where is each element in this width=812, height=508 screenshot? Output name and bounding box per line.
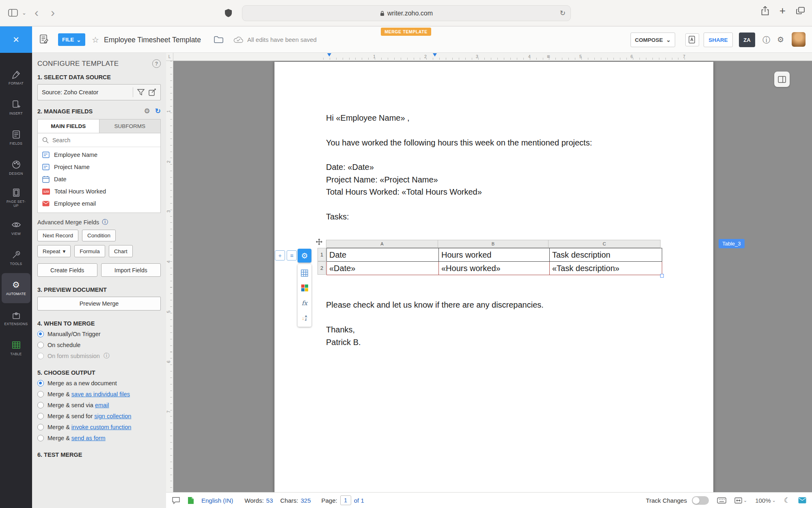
nav-item-design[interactable]: DESIGN <box>0 153 32 183</box>
output-option-new-document[interactable]: Merge as a new document <box>37 379 161 387</box>
field-item-total-hours[interactable]: 123 Total Hours Worked <box>38 185 160 198</box>
table-settings-button[interactable]: ⚙ <box>298 249 311 263</box>
privacy-shield-icon[interactable] <box>225 9 232 17</box>
page-view-toggle-button[interactable] <box>774 72 790 87</box>
mail-merge-status-icon[interactable] <box>798 497 806 504</box>
output-option-individual-files[interactable]: Merge & save as individual files <box>37 390 161 398</box>
nav-item-page-setup[interactable]: PAGE SET-UP <box>0 183 32 213</box>
share-document-button[interactable]: SHARE <box>704 33 733 47</box>
import-fields-button[interactable]: Import Fields <box>101 263 161 277</box>
track-changes-toggle[interactable] <box>692 496 709 505</box>
zia-button[interactable]: ZA <box>739 33 755 47</box>
sidebar-chevron-icon[interactable]: ⌄ <box>22 10 26 16</box>
nav-item-extensions[interactable]: EXTENSIONS <box>0 303 32 333</box>
row-header[interactable]: 1 <box>317 248 326 261</box>
quick-insert-icon[interactable]: + <box>275 250 285 261</box>
edit-source-icon[interactable] <box>149 89 156 96</box>
output-link[interactable]: email <box>95 402 109 408</box>
table-move-handle[interactable] <box>315 238 323 245</box>
tab-subforms[interactable]: SUBFORMS <box>99 119 161 133</box>
formula-button[interactable]: Formula <box>74 245 105 257</box>
user-avatar[interactable] <box>792 32 806 47</box>
document-title[interactable]: Employee Timesheet Template <box>104 36 201 44</box>
new-tab-button[interactable]: + <box>780 6 786 15</box>
output-option-sign-collection[interactable]: Merge & send for sign collection <box>37 412 161 420</box>
column-header[interactable]: A <box>326 240 438 248</box>
radio-icon[interactable] <box>37 424 44 430</box>
condition-button[interactable]: Condition <box>82 230 116 241</box>
when-option-manual[interactable]: Manually/On Trigger <box>37 330 161 338</box>
line-options-icon[interactable]: ≡ <box>287 250 297 261</box>
output-link[interactable]: send as form <box>71 435 106 441</box>
char-count-value[interactable]: 325 <box>300 497 311 504</box>
sidebar-toggle-icon[interactable] <box>8 9 18 17</box>
left-indent-marker[interactable] <box>327 53 331 56</box>
field-item-employee-email[interactable]: Employee email <box>38 198 160 210</box>
refresh-button[interactable]: ↻ <box>560 9 566 17</box>
table-name-badge[interactable]: Table_3 <box>719 239 745 248</box>
output-link[interactable]: sign collection <box>94 413 131 419</box>
field-item-employee-name[interactable]: Employee Name <box>38 149 160 161</box>
compose-button[interactable]: COMPOSE ⌄ <box>631 33 675 47</box>
sync-fields-icon[interactable]: ↻ <box>155 107 161 115</box>
document-info-icon[interactable] <box>188 497 194 504</box>
zoom-control[interactable]: 100% ⌄ <box>755 497 776 504</box>
back-button[interactable]: ‹ <box>30 7 43 19</box>
nav-item-format[interactable]: FORMAT <box>0 63 32 93</box>
settings-gear-icon[interactable]: ⚙ <box>777 35 784 44</box>
folder-icon[interactable] <box>214 36 223 43</box>
current-page-box[interactable]: 1 <box>340 495 351 505</box>
repeat-button[interactable]: Repeat ▾ <box>37 245 71 257</box>
column-header[interactable]: B <box>438 240 549 248</box>
url-bar[interactable]: writer.zoho.com ↻ <box>242 5 571 21</box>
nav-item-fields[interactable]: FIELDS <box>0 123 32 153</box>
radio-icon[interactable] <box>37 402 44 408</box>
forward-button[interactable]: › <box>47 7 59 19</box>
cell-color-button[interactable] <box>298 280 311 295</box>
table-cell[interactable]: «Date» <box>327 262 439 275</box>
night-mode-icon[interactable]: ☾ <box>784 496 790 505</box>
tab-stop-selector[interactable]: L <box>166 53 173 61</box>
table-cell[interactable]: «Task description» <box>550 262 662 275</box>
radio-icon[interactable] <box>37 413 44 419</box>
language-selector[interactable]: English (IN) <box>201 497 233 504</box>
table-column-marker[interactable]: ⊞ <box>547 54 550 59</box>
fit-width-button[interactable]: ⌄ <box>734 497 747 504</box>
document-page[interactable]: Hi «Employee Name» , You have worked the… <box>274 62 713 492</box>
nav-item-automate[interactable]: ⚙ AUTOMATE <box>2 273 30 303</box>
output-link[interactable]: invoke custom function <box>71 424 132 430</box>
create-fields-button[interactable]: Create Fields <box>37 263 97 277</box>
info-icon[interactable]: ⓘ <box>104 352 110 360</box>
tabs-overview-button[interactable] <box>796 7 805 15</box>
table-cell[interactable]: Hours worked <box>439 248 550 262</box>
share-page-button[interactable] <box>761 6 769 15</box>
nav-item-table[interactable]: TABLE <box>0 333 32 363</box>
nav-item-insert[interactable]: INSERT <box>0 93 32 123</box>
field-item-project-name[interactable]: Project Name <box>38 161 160 173</box>
keyboard-shortcuts-icon[interactable] <box>717 497 726 504</box>
nav-item-tools[interactable]: TOOLS <box>0 243 32 273</box>
info-icon[interactable]: ⓘ <box>762 35 770 46</box>
file-menu-button[interactable]: FILE ⌄ <box>58 33 85 46</box>
table-cell[interactable]: «Hours worked» <box>439 262 550 275</box>
filter-icon[interactable] <box>137 89 145 96</box>
output-option-send-email[interactable]: Merge & send via email <box>37 401 161 409</box>
radio-selected-icon[interactable] <box>37 331 44 337</box>
output-option-send-as-form[interactable]: Merge & send as form <box>37 434 161 442</box>
table-cell[interactable]: Task description <box>550 248 662 262</box>
formula-fx-button[interactable]: fx <box>298 295 311 310</box>
manage-fields-gear-icon[interactable]: ⚙ <box>144 107 150 115</box>
search-input[interactable] <box>52 137 156 143</box>
table-style-button[interactable] <box>298 265 311 280</box>
radio-icon[interactable] <box>37 435 44 441</box>
row-header[interactable]: 2 <box>317 261 326 275</box>
output-link[interactable]: save as individual files <box>71 391 130 397</box>
word-count-value[interactable]: 53 <box>266 497 273 504</box>
document-properties-icon[interactable] <box>40 35 48 44</box>
table-resize-handle[interactable] <box>660 274 664 278</box>
preview-merge-button[interactable]: Preview Merge <box>37 297 161 310</box>
chart-button[interactable]: Chart <box>109 245 133 257</box>
output-option-custom-function[interactable]: Merge & invoke custom function <box>37 423 161 431</box>
close-panel-button[interactable]: × <box>0 26 32 53</box>
right-indent-marker[interactable] <box>433 53 437 56</box>
